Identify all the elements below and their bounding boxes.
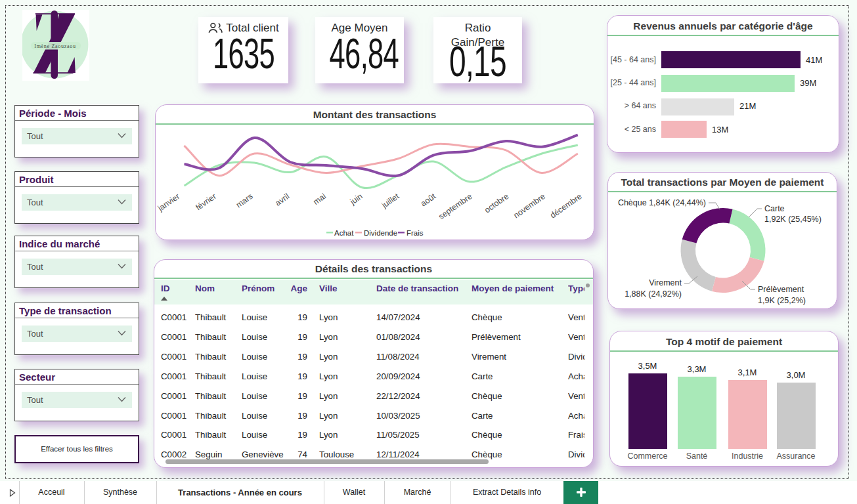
svg-text:Frais: Frais [407,229,424,237]
svg-text:Chèque 1,84K (24,44%): Chèque 1,84K (24,44%) [618,198,706,207]
svg-text:juillet: juillet [380,192,401,211]
svg-text:1,92K (25,45%): 1,92K (25,45%) [764,215,822,224]
svg-text:Prélèvement: Prélèvement [758,285,804,294]
svg-text:octobre: octobre [483,192,510,215]
svg-text:1,88K (24,92%): 1,88K (24,92%) [625,289,682,299]
svg-text:1,9K (25,2%): 1,9K (25,2%) [758,296,806,305]
svg-text:mai: mai [311,192,328,207]
svg-text:janvier: janvier [156,192,181,213]
svg-text:Virement: Virement [649,278,682,287]
svg-text:Imène Zaouzaou: Imène Zaouzaou [34,43,76,49]
svg-text:mars: mars [234,192,255,209]
svg-text:Carte: Carte [764,204,785,213]
svg-text:juin: juin [348,192,364,207]
svg-text:Achat: Achat [334,229,354,237]
svg-text:avril: avril [273,192,291,208]
svg-text:Dividende: Dividende [364,229,397,237]
svg-text:septembre: septembre [437,192,473,221]
svg-text:novembre: novembre [512,192,547,220]
svg-text:décembre: décembre [548,192,584,220]
svg-text:février: février [194,192,217,212]
svg-text:août: août [419,192,437,209]
